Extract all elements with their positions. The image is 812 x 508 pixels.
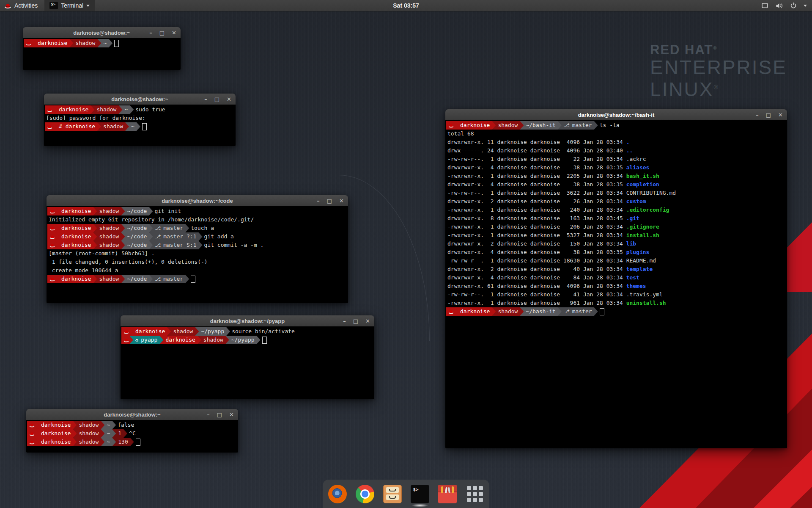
maximize-button[interactable]: □ — [159, 30, 165, 36]
command-text: git add a — [199, 232, 234, 241]
close-button[interactable]: ✕ — [227, 97, 231, 102]
terminal-window-bash-it[interactable]: darknoise@shadow:~/bash-it–□✕darknoisesh… — [445, 109, 787, 448]
close-button[interactable]: ✕ — [339, 198, 344, 204]
system-status-area[interactable] — [761, 0, 812, 11]
files-icon[interactable] — [383, 485, 402, 503]
file-name: plugins — [626, 249, 650, 255]
minimize-button[interactable]: – — [756, 112, 759, 118]
prompt-segment-host: shadow — [93, 207, 125, 215]
maximize-button[interactable]: □ — [214, 97, 219, 102]
window-titlebar[interactable]: darknoise@shadow:~/bash-it–□✕ — [445, 109, 787, 121]
terminal-body[interactable]: darknoiseshadow~/codegit initInitialized… — [47, 206, 348, 303]
segment-text: darknoise — [135, 327, 165, 336]
maximize-button[interactable]: □ — [327, 198, 332, 204]
segment-text: ~/bash-it — [526, 307, 555, 316]
minimize-button[interactable]: – — [149, 30, 152, 36]
segment-text: ~/code — [127, 232, 147, 241]
terminal-body[interactable]: darknoiseshadow~/bash-it⎇masterls -latot… — [445, 120, 787, 448]
file-name: lib — [626, 240, 636, 247]
file-meta: -rwxrwxr-x. 1 darknoise darknoise 5327 J… — [447, 232, 626, 238]
output-line: [sudo] password for darknoise: — [45, 114, 145, 122]
terminal-row: -rwxrwxr-x. 1 darknoise darknoise 2205 J… — [446, 172, 787, 180]
terminal-window-code[interactable]: darknoise@shadow:~/code–□✕darknoiseshado… — [47, 195, 348, 303]
window-titlebar[interactable]: darknoise@shadow:~/pyapp–□✕ — [121, 315, 374, 327]
firefox-icon[interactable] — [328, 485, 347, 503]
terminal-window-home-2[interactable]: darknoise@shadow:~–□✕darknoiseshadow~fal… — [26, 409, 238, 453]
close-button[interactable]: ✕ — [778, 112, 783, 118]
terminal-row: drwxrwxr-x. 2 darknoise darknoise 26 Jan… — [446, 197, 787, 206]
window-titlebar[interactable]: darknoise@shadow:~–□✕ — [23, 27, 181, 39]
close-button[interactable]: ✕ — [365, 318, 370, 324]
terminal-body[interactable]: darknoiseshadow~sudo true[sudo] password… — [44, 105, 236, 146]
terminal-body[interactable]: darknoiseshadow~/pyappsource bin/activat… — [121, 326, 374, 399]
redhat-prompt-icon — [123, 329, 129, 334]
segment-text: ~ — [107, 421, 110, 429]
logo-redhat-text: RED HAT — [650, 42, 713, 57]
terminal-row: darknoiseshadow~false — [27, 421, 238, 429]
ls-output-line: drwxrwxr-x. 2 darknoise darknoise 40 Jan… — [446, 265, 653, 273]
terminal-body[interactable]: darknoiseshadow~ — [23, 38, 181, 70]
segment-text: darknoise — [460, 307, 490, 316]
ls-output-line: drwxrwxr-x. 61 darknoise darknoise 4096 … — [446, 282, 646, 290]
maximize-button[interactable]: □ — [353, 318, 358, 324]
chrome-icon[interactable] — [356, 485, 374, 503]
file-name: bash_it.sh — [626, 173, 659, 179]
app-grid-icon[interactable] — [466, 485, 484, 503]
maximize-button[interactable]: □ — [217, 412, 222, 417]
terminal-window-home-1[interactable]: darknoise@shadow:~–□✕darknoiseshadow~ — [23, 27, 181, 70]
activities-button[interactable]: Activities — [3, 0, 42, 11]
terminal-row: -rwxrwxr-x. 1 darknoise darknoise 240 Ja… — [446, 206, 787, 214]
logo-enterprise-text: ENTERPRISE — [650, 58, 787, 77]
clock[interactable]: Sat 03:57 — [393, 2, 419, 9]
terminal-row: darknoiseshadow~/bash-it⎇masterls -la — [446, 121, 787, 130]
segment-text: darknoise — [38, 39, 67, 47]
ls-output-line: -rwxrwxr-x. 1 darknoise darknoise 961 Ja… — [446, 299, 666, 307]
prompt-segment-user: darknoise — [32, 39, 73, 47]
minimize-button[interactable]: – — [204, 97, 207, 102]
file-meta: -rw-rw-r--. 1 darknoise darknoise 22 Jan… — [447, 156, 626, 162]
close-button[interactable]: ✕ — [229, 412, 234, 417]
segment-text: darknoise — [59, 105, 88, 114]
prompt-segment-user: darknoise — [55, 275, 97, 283]
segment-text: darknoise — [165, 336, 195, 344]
window-titlebar[interactable]: darknoise@shadow:~–□✕ — [44, 94, 236, 105]
window-titlebar[interactable]: darknoise@shadow:~–□✕ — [26, 409, 238, 420]
segment-text: ~/code — [127, 275, 147, 283]
terminal-icon[interactable]: $> — [411, 485, 429, 503]
minimize-button[interactable]: – — [343, 318, 346, 324]
file-name: aliases — [626, 164, 650, 171]
toolbox-icon[interactable] — [438, 485, 457, 503]
git-branch-icon: ⎇ — [564, 307, 570, 316]
redhat-prompt-icon — [49, 243, 55, 248]
terminal-row: darknoiseshadow~/code⎇master — [47, 275, 348, 283]
segment-text: # darknoise — [59, 122, 95, 131]
terminal-row: create mode 100644 a — [47, 266, 348, 275]
terminal-row: darknoiseshadow~/bash-it⎇master — [446, 307, 787, 316]
window-titlebar[interactable]: darknoise@shadow:~/code–□✕ — [47, 195, 348, 207]
chevron-down-icon — [86, 5, 90, 7]
segment-text: shadow — [498, 307, 518, 316]
terminal-window-sudo[interactable]: darknoise@shadow:~–□✕darknoiseshadow~sud… — [44, 94, 236, 146]
maximize-button[interactable]: □ — [766, 112, 771, 118]
app-menu-label: Terminal — [61, 2, 83, 9]
registered-mark: ® — [713, 84, 719, 91]
ls-output-line: -rwxrwxr-x. 1 darknoise darknoise 240 Ja… — [446, 206, 669, 214]
command-text: source bin/activate — [226, 327, 295, 336]
close-button[interactable]: ✕ — [172, 30, 176, 36]
minimize-button[interactable]: – — [317, 198, 320, 204]
segment-text: darknoise — [61, 232, 91, 241]
prompt-segment-path: ~/code — [121, 207, 153, 215]
segment-text: shadow — [498, 121, 518, 130]
segment-text: master — [163, 275, 183, 283]
app-menu-terminal[interactable]: $> Terminal — [44, 0, 95, 11]
segment-text: darknoise — [61, 224, 91, 232]
file-name: .gitignore — [626, 224, 659, 230]
terminal-row: -rw-rw-r--. 1 darknoise darknoise 22 Jan… — [446, 155, 787, 163]
file-meta: drwxrwxr-x. 4 darknoise darknoise 84 Jan… — [447, 274, 626, 281]
minimize-button[interactable]: – — [207, 412, 210, 417]
segment-text: master S:1 — [163, 241, 196, 249]
terminal-window-pyapp[interactable]: darknoise@shadow:~/pyapp–□✕darknoiseshad… — [121, 315, 374, 399]
terminal-body[interactable]: darknoiseshadow~falsedarknoiseshadow~1^C… — [26, 420, 238, 453]
file-name: test — [626, 274, 639, 281]
file-meta: drwxrwxr-x. 11 darknoise darknoise 4096 … — [447, 139, 626, 145]
